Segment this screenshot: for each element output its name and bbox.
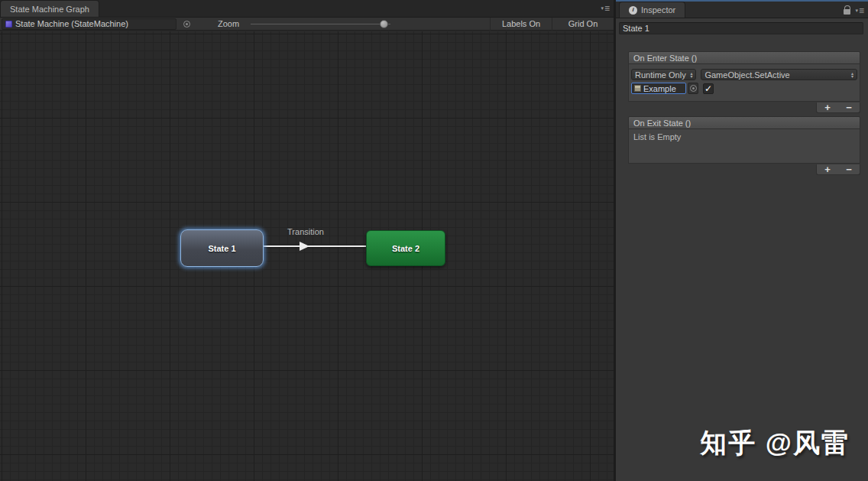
lock-icon[interactable] bbox=[844, 9, 850, 15]
hamburger-icon: ≡ bbox=[604, 5, 609, 12]
graph-canvas[interactable]: Transition State 1 State 2 bbox=[0, 31, 614, 481]
tab-inspector[interactable]: i Inspector bbox=[619, 2, 685, 18]
event-dropdown-row: Runtime Only ▴▾ GameObject.SetActive ▴▾ bbox=[631, 69, 857, 80]
dropdown-arrow-icon: ▾ bbox=[601, 5, 604, 12]
node-state-1[interactable]: State 1 bbox=[180, 229, 264, 267]
graph-tabstrip: State Machine Graph ▾ ≡ bbox=[0, 0, 614, 18]
event-target-object-field[interactable]: Example bbox=[631, 83, 686, 94]
event-mode-value: Runtime Only bbox=[635, 70, 687, 80]
object-picker-button[interactable] bbox=[688, 83, 698, 94]
on-enter-state-header[interactable]: On Enter State () bbox=[628, 51, 860, 64]
on-exit-state-footer: + − bbox=[628, 164, 860, 176]
tab-label: Inspector bbox=[641, 5, 675, 15]
script-icon bbox=[5, 21, 12, 28]
object-picker-icon[interactable] bbox=[183, 21, 190, 28]
on-exit-state-header[interactable]: On Exit State () bbox=[628, 116, 860, 129]
graph-toolbar: State Machine (StateMachine) Zoom Labels… bbox=[0, 18, 614, 31]
add-event-button[interactable]: + bbox=[817, 103, 838, 112]
pane-menu-icon[interactable]: ▾ ≡ bbox=[601, 5, 609, 12]
unity-editor-window: State Machine Graph ▾ ≡ State Machine (S… bbox=[0, 0, 868, 481]
node-state-1-label: State 1 bbox=[208, 244, 235, 253]
set-active-checkbox[interactable]: ✓ bbox=[703, 83, 714, 94]
state-machine-object-field[interactable]: State Machine (StateMachine) bbox=[2, 18, 177, 30]
transition-arrowhead-icon bbox=[300, 242, 309, 251]
labels-toggle-button[interactable]: Labels On bbox=[490, 18, 552, 31]
inspector-tabstrip: i Inspector ▾ ≡ bbox=[616, 2, 868, 18]
inspector-tab-icons: ▾ ≡ bbox=[844, 6, 863, 15]
dropdown-arrow-icon: ▾ bbox=[855, 7, 858, 15]
event-target-row: Example ✓ bbox=[631, 83, 857, 94]
gameobject-cube-icon bbox=[634, 85, 641, 92]
zoom-slider-track bbox=[251, 24, 390, 24]
state-name-field[interactable] bbox=[619, 22, 863, 34]
add-event-button[interactable]: + bbox=[817, 165, 838, 174]
grid-toggle-button[interactable]: Grid On bbox=[552, 18, 614, 31]
on-enter-state-body: Runtime Only ▴▾ GameObject.SetActive ▴▾ bbox=[628, 64, 860, 102]
event-function-value: GameObject.SetActive bbox=[704, 70, 848, 80]
inspector-panel: i Inspector ▾ ≡ On Enter State () Runtim… bbox=[616, 0, 868, 481]
updown-arrows-icon: ▴▾ bbox=[690, 72, 692, 78]
object-field-label: State Machine (StateMachine) bbox=[15, 19, 128, 28]
info-icon-glyph: i bbox=[632, 7, 633, 13]
on-enter-state-footer: + − bbox=[628, 102, 860, 114]
transition-edge-line[interactable] bbox=[264, 245, 366, 247]
event-target-value: Example bbox=[643, 84, 676, 93]
on-exit-state-list: On Exit State () List is Empty + − bbox=[628, 116, 860, 176]
remove-event-button[interactable]: − bbox=[838, 103, 860, 112]
watermark: 知乎 @风雷 bbox=[700, 425, 850, 461]
event-function-dropdown[interactable]: GameObject.SetActive ▴▾ bbox=[701, 69, 857, 80]
hamburger-icon: ≡ bbox=[859, 7, 863, 15]
info-icon: i bbox=[629, 6, 637, 15]
list-footer-buttons: + − bbox=[816, 102, 860, 113]
checkmark-icon: ✓ bbox=[704, 84, 712, 93]
object-picker-icon bbox=[690, 85, 697, 92]
zoom-slider-handle[interactable] bbox=[380, 20, 388, 28]
pane-menu-icon[interactable]: ▾ ≡ bbox=[855, 7, 863, 15]
node-state-2[interactable]: State 2 bbox=[366, 230, 445, 266]
zoom-slider[interactable] bbox=[251, 18, 390, 30]
event-mode-dropdown[interactable]: Runtime Only ▴▾ bbox=[631, 69, 696, 80]
list-footer-buttons: + − bbox=[816, 164, 860, 175]
state-machine-graph-panel: State Machine Graph ▾ ≡ State Machine (S… bbox=[0, 0, 614, 481]
transition-edge-label: Transition bbox=[287, 227, 324, 236]
remove-event-button[interactable]: − bbox=[838, 165, 860, 174]
zoom-label: Zoom bbox=[218, 19, 239, 28]
list-empty-label: List is Empty bbox=[633, 132, 681, 141]
tab-state-machine-graph[interactable]: State Machine Graph bbox=[0, 0, 99, 17]
on-exit-state-body: List is Empty bbox=[628, 129, 860, 164]
updown-arrows-icon: ▴▾ bbox=[851, 72, 853, 78]
node-state-2-label: State 2 bbox=[392, 244, 419, 253]
tab-label: State Machine Graph bbox=[10, 5, 89, 14]
on-enter-state-list: On Enter State () Runtime Only ▴▾ GameOb… bbox=[628, 51, 860, 114]
